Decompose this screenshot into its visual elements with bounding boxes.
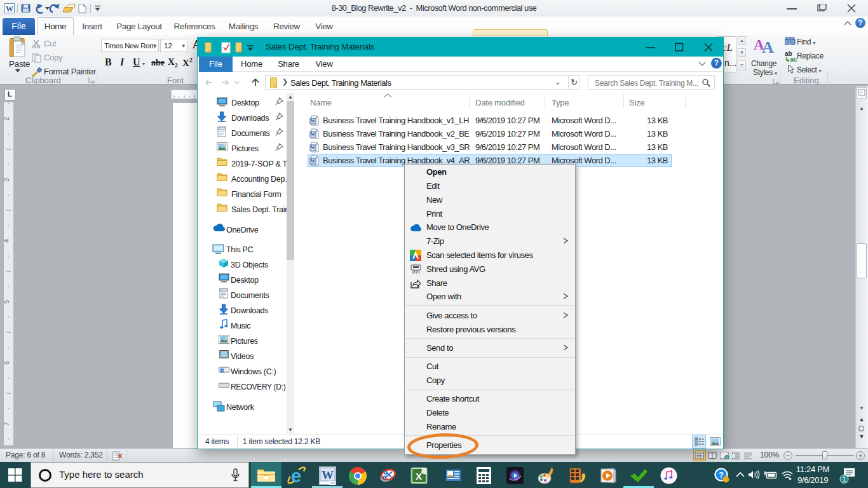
svg-text:6: 6 bbox=[4, 361, 10, 365]
svg-text:W: W bbox=[311, 158, 316, 164]
svg-text:5: 5 bbox=[4, 300, 10, 304]
svg-text:X: X bbox=[416, 471, 422, 482]
svg-text:W: W bbox=[311, 145, 316, 151]
svg-text:7: 7 bbox=[4, 422, 10, 426]
svg-text:4: 4 bbox=[4, 239, 10, 243]
svg-text:W: W bbox=[311, 118, 316, 124]
svg-text:2: 2 bbox=[4, 117, 10, 121]
svg-text:1: 1 bbox=[843, 476, 846, 483]
svg-text:W: W bbox=[322, 468, 334, 482]
svg-text:3: 3 bbox=[4, 178, 10, 182]
svg-text:W: W bbox=[311, 132, 316, 137]
